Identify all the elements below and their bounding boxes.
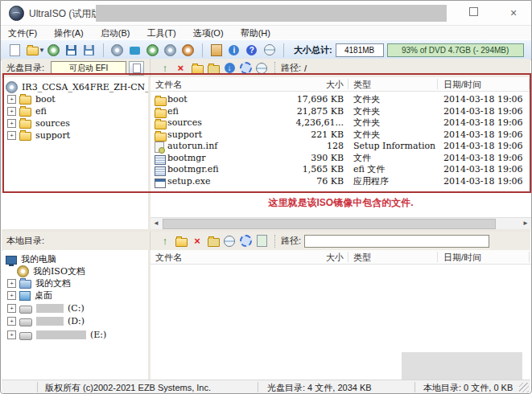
tree-item-support[interactable]: + support bbox=[7, 129, 70, 141]
tree-item-drive-e[interactable]: + (E:) bbox=[7, 329, 106, 340]
tree-item-drive-d[interactable]: + (D:) bbox=[7, 315, 85, 326]
folder-icon bbox=[19, 120, 31, 129]
col-date[interactable]: 日期/时间 bbox=[443, 79, 481, 90]
comment-icon[interactable] bbox=[128, 43, 142, 57]
expand-icon[interactable]: + bbox=[7, 131, 16, 140]
window-title: UltraISO (试用版) bbox=[29, 7, 104, 21]
tree-item-efi[interactable]: + efi bbox=[7, 105, 47, 117]
label-redaction bbox=[36, 330, 86, 339]
disc-path-value[interactable]: / bbox=[304, 64, 307, 73]
tree-item-sources[interactable]: + sources bbox=[7, 117, 70, 129]
open-icon[interactable] bbox=[25, 43, 39, 57]
cd-icon bbox=[17, 265, 29, 277]
expand-icon[interactable]: + bbox=[7, 317, 16, 326]
tree-item-my-iso-docs[interactable]: 我的ISO文档 bbox=[17, 265, 85, 277]
expand-icon[interactable]: + bbox=[7, 119, 16, 128]
system-file-icon bbox=[155, 155, 166, 165]
file-row-setup[interactable]: setup.exe 76 KB 应用程序 2014-03-18 19:06 bbox=[151, 176, 531, 187]
disc-panel-bar: 光盘目录: 可启动 EFI ↑ ×× ↓ 路径: / bbox=[2, 59, 530, 78]
file-row-bootmgr-efi[interactable]: bootmgr.efi 1,565 KB efi 文件 2014-03-18 1… bbox=[151, 164, 531, 175]
file-row-efi[interactable]: efi 21,875 KB 文件夹 2014-03-18 19:06 bbox=[151, 106, 531, 117]
tree-item-drive-c[interactable]: + (C:) bbox=[7, 302, 85, 314]
capacity-indicator: 93% of DVD 4.7GB (- 294MB) bbox=[387, 43, 524, 57]
view-icon[interactable] bbox=[254, 61, 269, 75]
col-date[interactable]: 日期/时间 bbox=[443, 252, 481, 263]
close-button[interactable]: × bbox=[501, 6, 526, 19]
scroll-left-icon[interactable]: ◄ bbox=[151, 218, 162, 228]
save-icon[interactable] bbox=[64, 43, 79, 57]
file-row-support[interactable]: support 221 KB 文件夹 2014-03-18 19:06 bbox=[151, 129, 531, 141]
file-row-bootmgr[interactable]: bootmgr 390 KB 文件 2014-03-18 19:06 bbox=[151, 153, 531, 164]
tree-item-desktop[interactable]: + 桌面 bbox=[7, 289, 52, 301]
maximize-button[interactable] bbox=[461, 6, 485, 19]
new-folder-icon[interactable] bbox=[190, 61, 204, 75]
refresh-icon[interactable] bbox=[222, 234, 237, 248]
system-file-icon bbox=[155, 166, 166, 176]
expand-icon[interactable]: + bbox=[7, 291, 16, 300]
help-icon[interactable]: ? bbox=[245, 43, 259, 57]
disc-stats: 光盘目录: 4 文件, 2034 KB bbox=[267, 382, 372, 394]
col-size[interactable]: 大小 bbox=[271, 252, 344, 263]
resize-grip[interactable] bbox=[519, 383, 529, 392]
burn-icon[interactable] bbox=[110, 43, 125, 57]
compress-icon[interactable] bbox=[262, 43, 277, 57]
local-panel-bar: 本地目录: ↑ × 路径: bbox=[2, 232, 530, 251]
expand-icon[interactable]: + bbox=[7, 279, 16, 288]
col-size[interactable]: 大小 bbox=[271, 79, 344, 90]
title-bar: UltraISO (试用版) × bbox=[1, 1, 531, 26]
convert-icon[interactable] bbox=[181, 43, 196, 57]
cd-icon bbox=[6, 81, 18, 93]
expand-icon[interactable]: + bbox=[7, 330, 16, 339]
gear-icon[interactable] bbox=[238, 234, 253, 248]
local-tree: 我的电脑 我的ISO文档 + 我的文档 + 桌面 + (C:) + (D:) bbox=[2, 250, 148, 380]
size-total-label: 大小总计: bbox=[294, 44, 332, 56]
rename-folder-icon[interactable] bbox=[206, 234, 221, 248]
up-level-icon[interactable]: ↑ bbox=[158, 234, 172, 248]
annotation-text: 这里就是该ISO镜像中包含的文件. bbox=[151, 196, 531, 210]
export-icon[interactable] bbox=[209, 43, 224, 57]
title-redaction bbox=[96, 5, 447, 22]
save-cd-icon[interactable] bbox=[47, 43, 61, 57]
new-folder-icon[interactable] bbox=[174, 234, 188, 248]
horizontal-scrollbar[interactable]: ◄ ► bbox=[151, 217, 531, 229]
scrollbar-thumb[interactable] bbox=[163, 219, 496, 229]
ultraiso-window: UltraISO (试用版) × 文件(F) 操作(A) 启动(B) 工具(T)… bbox=[0, 0, 532, 394]
delete-icon[interactable]: × bbox=[190, 234, 204, 248]
col-filename[interactable]: 文件名 bbox=[155, 252, 182, 263]
col-type[interactable]: 类型 bbox=[353, 252, 371, 263]
expand-icon[interactable]: + bbox=[7, 107, 16, 116]
extract-icon[interactable]: ↓ bbox=[222, 61, 237, 75]
open-dropdown-icon[interactable]: ▼ bbox=[39, 47, 45, 54]
folder-icon bbox=[155, 133, 167, 142]
rename-folder-icon[interactable] bbox=[206, 61, 221, 75]
scroll-right-icon[interactable]: ► bbox=[520, 218, 531, 228]
tree-item-boot[interactable]: + boot bbox=[7, 93, 56, 105]
list-view-icon[interactable] bbox=[254, 234, 269, 248]
local-path-input[interactable] bbox=[304, 235, 489, 248]
folder-icon bbox=[155, 97, 167, 106]
file-row-sources[interactable]: sources 4,236,61... 文件夹 2014-03-18 19:06 bbox=[151, 117, 531, 129]
boot-type-box[interactable]: 可启动 EFI bbox=[51, 61, 126, 75]
gear-icon[interactable] bbox=[238, 61, 253, 75]
expand-icon[interactable]: + bbox=[7, 304, 16, 313]
tree-item-my-computer[interactable]: 我的电脑 bbox=[6, 253, 56, 265]
expand-icon[interactable]: + bbox=[7, 95, 16, 104]
drive-icon bbox=[19, 306, 32, 314]
tree-item-my-documents[interactable]: + 我的文档 bbox=[7, 277, 71, 289]
file-row-autorun[interactable]: autorun.inf 128 Setup Information 2014-0… bbox=[151, 141, 531, 152]
menu-bar: 文件(F) 操作(A) 启动(B) 工具(T) 选项(O) 帮助(H) bbox=[1, 26, 531, 39]
app-logo-icon bbox=[9, 6, 24, 21]
col-filename[interactable]: 文件名 bbox=[155, 79, 182, 90]
verify-disc-icon[interactable] bbox=[146, 43, 160, 57]
erase-disc-icon[interactable] bbox=[163, 43, 178, 57]
col-type[interactable]: 类型 bbox=[353, 79, 371, 90]
tree-root[interactable]: IR3_CCSA_X64FRE_ZH-CN_DV9 bbox=[6, 81, 148, 92]
new-image-icon[interactable] bbox=[7, 43, 22, 57]
file-row-boot[interactable]: boot 17,696 KB 文件夹 2014-03-18 19:06 bbox=[151, 94, 531, 105]
local-stats: 本地目录: 0 文件, 0 KB bbox=[423, 382, 513, 394]
edit-boot-button[interactable] bbox=[129, 61, 144, 76]
up-level-icon[interactable]: ↑ bbox=[158, 61, 172, 75]
info-icon[interactable]: i bbox=[227, 43, 241, 57]
save-as-icon[interactable] bbox=[82, 43, 97, 57]
delete-icon[interactable]: ×× bbox=[174, 61, 188, 75]
